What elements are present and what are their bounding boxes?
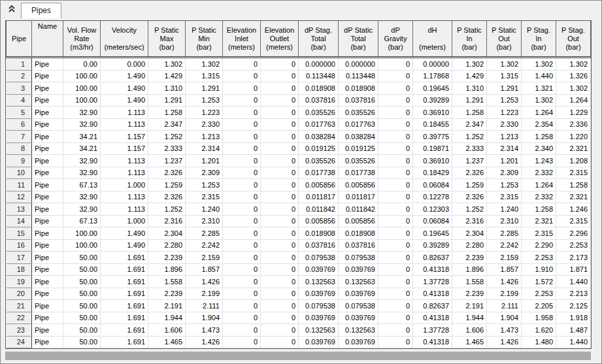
cell-vol_flow_rate[interactable]: 67.13 (63, 215, 101, 227)
cell-p_static_in[interactable]: 1.429 (452, 70, 487, 82)
cell-p_static_min[interactable]: 2.330 (186, 118, 223, 131)
cell-p_static_min[interactable]: 2.315 (186, 191, 223, 203)
row-number-cell[interactable]: 1 (7, 58, 32, 71)
cell-name[interactable]: Pipe (32, 215, 63, 227)
cell-p_static_in[interactable]: 2.347 (452, 118, 487, 131)
cell-p_static_out[interactable]: 1.904 (487, 312, 522, 324)
cell-dp_static_total[interactable]: 0.037816 (339, 94, 378, 107)
cell-p_static_max[interactable]: 1.259 (148, 179, 186, 191)
cell-velocity[interactable]: 1.490 (101, 239, 148, 252)
cell-dp_stag_total[interactable]: 0.039769 (299, 288, 339, 300)
cell-vol_flow_rate[interactable]: 32.90 (63, 107, 101, 119)
cell-dh[interactable]: 0.82637 (413, 252, 452, 264)
cell-dh[interactable]: 0.41318 (413, 336, 452, 348)
cell-dh[interactable]: 0.12303 (413, 203, 452, 216)
cell-name[interactable]: Pipe (32, 312, 63, 324)
cell-p_static_max[interactable]: 1.310 (148, 82, 186, 95)
cell-p_static_out[interactable]: 2.314 (487, 142, 522, 155)
cell-vol_flow_rate[interactable]: 100.00 (63, 70, 101, 82)
cell-dp_stag_total[interactable]: 0.035526 (299, 155, 339, 167)
cell-dh[interactable]: 0.06084 (413, 215, 452, 227)
cell-p_static_min[interactable]: 1.302 (186, 58, 223, 71)
cell-name[interactable]: Pipe (32, 107, 63, 119)
cell-dp_static_total[interactable]: 0.035526 (339, 107, 378, 119)
cell-name[interactable]: Pipe (32, 203, 63, 216)
cell-p_stag_out[interactable]: 1.264 (556, 94, 591, 107)
cell-p_static_in[interactable]: 2.239 (452, 252, 487, 264)
cell-vol_flow_rate[interactable]: 50.00 (63, 324, 101, 337)
cell-dp_stag_total[interactable]: 0.005856 (299, 215, 339, 227)
cell-name[interactable]: Pipe (32, 70, 63, 82)
cell-elevation_inlet[interactable]: 0 (223, 336, 261, 348)
cell-dh[interactable]: 0.19645 (413, 82, 452, 95)
cell-p_static_out[interactable]: 1.426 (487, 336, 522, 348)
cell-p_static_min[interactable]: 2.199 (186, 288, 223, 300)
cell-elevation_outlet[interactable]: 0 (261, 179, 299, 191)
cell-p_static_max[interactable]: 2.347 (148, 118, 186, 131)
cell-p_static_in[interactable]: 1.944 (452, 312, 487, 324)
cell-elevation_outlet[interactable]: 0 (261, 131, 299, 143)
cell-elevation_outlet[interactable]: 0 (261, 167, 299, 179)
cell-p_stag_out[interactable]: 2.321 (556, 191, 591, 203)
cell-p_static_max[interactable]: 2.326 (148, 191, 186, 203)
cell-p_static_in[interactable]: 1.252 (452, 131, 487, 143)
cell-p_static_max[interactable]: 1.558 (148, 276, 186, 288)
cell-dh[interactable]: 1.37728 (413, 324, 452, 337)
cell-velocity[interactable]: 1.691 (101, 263, 148, 276)
cell-dh[interactable]: 1.37728 (413, 276, 452, 288)
cell-p_static_max[interactable]: 1.252 (148, 131, 186, 143)
cell-name[interactable]: Pipe (32, 142, 63, 155)
cell-p_static_min[interactable]: 2.242 (186, 239, 223, 252)
cell-p_stag_out[interactable]: 1.220 (556, 131, 591, 143)
cell-vol_flow_rate[interactable]: 32.90 (63, 155, 101, 167)
cell-dh[interactable]: 0.39289 (413, 94, 452, 107)
cell-p_static_max[interactable]: 1.302 (148, 58, 186, 71)
row-number-cell[interactable]: 2 (7, 70, 32, 82)
cell-velocity[interactable]: 1.490 (101, 94, 148, 107)
cell-p_static_max[interactable]: 2.191 (148, 300, 186, 312)
cell-dh[interactable]: 0.82637 (413, 300, 452, 312)
cell-dp_stag_total[interactable]: 0.000000 (299, 58, 339, 71)
row-number-cell[interactable]: 20 (7, 288, 32, 300)
cell-name[interactable]: Pipe (32, 288, 63, 300)
cell-p_static_in[interactable]: 1.896 (452, 263, 487, 276)
row-number-cell[interactable]: 5 (7, 107, 32, 119)
cell-p_stag_out[interactable]: 1.246 (556, 203, 591, 216)
row-number-cell[interactable]: 16 (7, 239, 32, 252)
cell-dp_gravity[interactable]: 0 (378, 94, 413, 107)
cell-vol_flow_rate[interactable]: 32.90 (63, 167, 101, 179)
cell-p_stag_in[interactable]: 1.264 (522, 107, 556, 119)
cell-p_static_min[interactable]: 1.291 (186, 82, 223, 95)
cell-p_static_max[interactable]: 2.280 (148, 239, 186, 252)
cell-p_static_max[interactable]: 1.606 (148, 324, 186, 337)
cell-p_static_min[interactable]: 2.310 (186, 215, 223, 227)
row-number-cell[interactable]: 6 (7, 118, 32, 131)
cell-velocity[interactable]: 1.000 (101, 215, 148, 227)
cell-p_static_max[interactable]: 2.333 (148, 142, 186, 155)
cell-vol_flow_rate[interactable]: 32.90 (63, 203, 101, 216)
row-number-cell[interactable]: 3 (7, 82, 32, 95)
cell-velocity[interactable]: 1.113 (101, 191, 148, 203)
cell-dh[interactable]: 0.19871 (413, 142, 452, 155)
cell-p_stag_in[interactable]: 1.302 (522, 94, 556, 107)
cell-dp_gravity[interactable]: 0 (378, 107, 413, 119)
cell-dp_stag_total[interactable]: 0.005856 (299, 179, 339, 191)
cell-p_static_min[interactable]: 1.240 (186, 203, 223, 216)
row-number-cell[interactable]: 15 (7, 227, 32, 240)
cell-name[interactable]: Pipe (32, 324, 63, 337)
cell-p_static_out[interactable]: 1.213 (487, 131, 522, 143)
cell-dp_gravity[interactable]: 0 (378, 300, 413, 312)
cell-p_static_in[interactable]: 1.558 (452, 276, 487, 288)
cell-elevation_inlet[interactable]: 0 (223, 179, 261, 191)
cell-name[interactable]: Pipe (32, 239, 63, 252)
cell-p_stag_in[interactable]: 2.290 (522, 239, 556, 252)
cell-p_stag_out[interactable]: 2.315 (556, 167, 591, 179)
cell-p_static_min[interactable]: 1.426 (186, 276, 223, 288)
cell-velocity[interactable]: 1.000 (101, 179, 148, 191)
row-number-cell[interactable]: 22 (7, 312, 32, 324)
cell-name[interactable]: Pipe (32, 300, 63, 312)
cell-dp_stag_total[interactable]: 0.037816 (299, 94, 339, 107)
cell-velocity[interactable]: 0.000 (101, 58, 148, 71)
cell-p_stag_in[interactable]: 1.440 (522, 70, 556, 82)
cell-dp_static_total[interactable]: 0.132563 (339, 324, 378, 337)
